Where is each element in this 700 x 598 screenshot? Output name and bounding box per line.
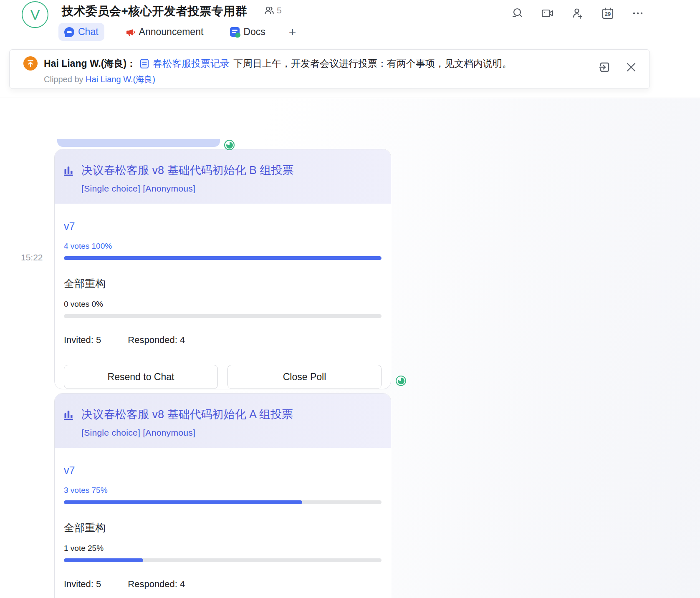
- poll-option-bar: [64, 256, 382, 260]
- poll-body: v7 4 votes 100% 全部重构 0 votes 0% Invited:…: [55, 204, 391, 389]
- megaphone-icon: [125, 27, 135, 37]
- docs-tab-label: Docs: [243, 26, 265, 38]
- pin-to-top-icon: [23, 56, 38, 71]
- poll-option-votes: 3 votes 75%: [64, 486, 382, 495]
- poll-option-label: 全部重构: [64, 277, 382, 290]
- poll-header: 决议春松客服 v8 基础代码初始化 B 组投票 [Single choice] …: [55, 149, 391, 204]
- more-actions-icon[interactable]: [631, 6, 645, 20]
- announcement-tab-label: Announcement: [139, 26, 204, 38]
- poll-invited: Invited: 5: [64, 579, 101, 590]
- poll-option-label: v7: [64, 464, 382, 477]
- video-call-icon[interactable]: [541, 6, 555, 20]
- search-icon[interactable]: [510, 6, 525, 20]
- poll-subtitle: [Single choice] [Anonymous]: [81, 184, 379, 194]
- resend-to-chat-button[interactable]: Resend to Chat: [64, 365, 218, 389]
- poll-option-label: 全部重构: [64, 521, 382, 535]
- poll-option-label: v7: [64, 220, 382, 232]
- pinned-banner-strip: Hai Liang W.(海良)： 春松客服投票记录 下周日上午，开发者会议进行…: [0, 42, 700, 98]
- message-timestamp: 15:22: [21, 252, 43, 262]
- poll-option-votes: 1 vote 25%: [64, 544, 382, 553]
- calendar-icon[interactable]: 29: [601, 6, 615, 20]
- poll-title[interactable]: 决议春松客服 v8 基础代码初始化 A 组投票: [81, 407, 293, 422]
- group-avatar-letter: V: [30, 7, 40, 23]
- pinned-message-text: 下周日上午，开发者会议进行投票：有两个事项，见文档内说明。: [233, 57, 512, 70]
- doc-icon: [140, 58, 149, 69]
- poll-header: 决议春松客服 v8 基础代码初始化 A 组投票 [Single choice] …: [55, 394, 391, 448]
- poll-option-votes: 4 votes 100%: [64, 242, 382, 251]
- header-actions: 29: [510, 6, 645, 20]
- chat-header: V 技术委员会+核心开发者投票专用群 5: [0, 0, 700, 42]
- poll-card-b-group: 决议春松客服 v8 基础代码初始化 B 组投票 [Single choice] …: [54, 149, 391, 389]
- poll-option-bar: [64, 558, 382, 562]
- poll-invited: Invited: 5: [64, 335, 101, 346]
- poll-option-bar: [64, 500, 382, 504]
- tab-chat[interactable]: Chat: [58, 23, 104, 41]
- app-window: V 技术委员会+核心开发者投票专用群 5: [0, 0, 700, 598]
- tab-docs[interactable]: Docs: [224, 23, 271, 41]
- add-tab-button[interactable]: +: [286, 25, 299, 39]
- read-status-icon[interactable]: [224, 140, 235, 150]
- clipped-by-user[interactable]: Hai Liang W.(海良): [86, 75, 155, 84]
- poll-stats: Invited: 5 Responded: 4: [64, 335, 382, 346]
- poll-stats: Invited: 5 Responded: 4: [64, 579, 382, 590]
- member-count[interactable]: 5: [264, 5, 282, 15]
- add-member-icon[interactable]: [571, 6, 585, 20]
- group-title: 技术委员会+核心开发者投票专用群: [62, 3, 247, 19]
- jump-to-message-icon[interactable]: [598, 61, 611, 74]
- tab-announcement[interactable]: Announcement: [119, 23, 210, 41]
- clipped-by-line: Clipped by Hai Liang W.(海良): [44, 74, 155, 85]
- poll-card-a-group: 决议春松客服 v8 基础代码初始化 A 组投票 [Single choice] …: [54, 393, 391, 598]
- chat-tab-icon: [64, 27, 74, 37]
- poll-option-bar: [64, 314, 382, 318]
- previous-message-bubble[interactable]: [57, 139, 220, 147]
- close-banner-icon[interactable]: [624, 61, 638, 74]
- members-icon: [264, 5, 275, 15]
- bar-chart-icon: [62, 408, 75, 421]
- poll-title[interactable]: 决议春松客服 v8 基础代码初始化 B 组投票: [81, 163, 294, 178]
- clipped-by-prefix: Clipped by: [44, 75, 83, 84]
- pinned-message-banner[interactable]: Hai Liang W.(海良)： 春松客服投票记录 下周日上午，开发者会议进行…: [9, 49, 650, 89]
- docs-tab-icon: [230, 27, 240, 37]
- tab-bar: Chat Announcement Docs +: [58, 23, 298, 41]
- poll-option-votes: 0 votes 0%: [64, 300, 382, 309]
- poll-responded: Responded: 4: [128, 579, 185, 590]
- pinned-sender: Hai Liang W.(海良)：: [44, 57, 136, 70]
- read-status-icon[interactable]: [396, 376, 406, 386]
- pinned-doc-link[interactable]: 春松客服投票记录: [153, 57, 230, 70]
- member-count-value: 5: [277, 5, 282, 15]
- poll-responded: Responded: 4: [128, 335, 185, 346]
- poll-body: v7 3 votes 75% 全部重构 1 vote 25% Invited: …: [55, 448, 391, 598]
- poll-subtitle: [Single choice] [Anonymous]: [81, 428, 379, 438]
- close-poll-button[interactable]: Close Poll: [227, 365, 382, 389]
- chat-tab-label: Chat: [78, 26, 99, 38]
- bar-chart-icon: [62, 164, 75, 177]
- calendar-day: 29: [605, 11, 611, 17]
- chat-message-area: 15:22 决议春松客服 v8 基础代码初始化 B 组投票 [Single ch…: [0, 42, 700, 598]
- group-avatar[interactable]: V: [22, 1, 48, 28]
